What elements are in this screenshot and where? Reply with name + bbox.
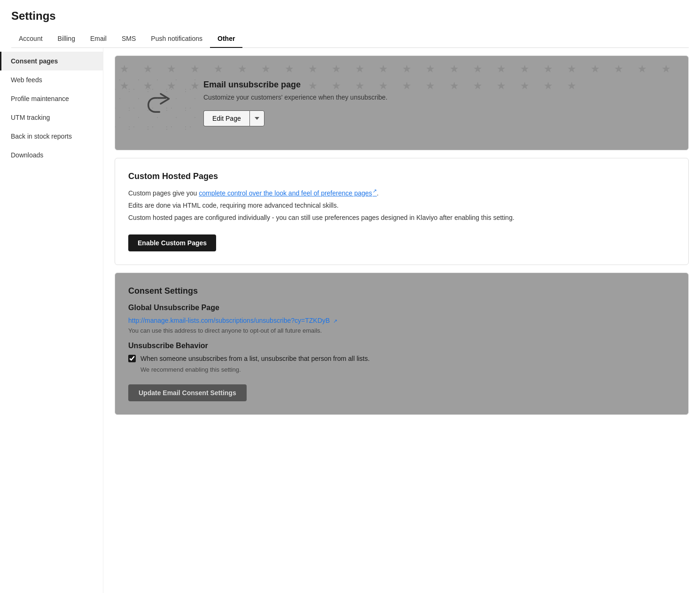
tab-billing[interactable]: Billing [50, 30, 83, 48]
unsubscribe-all-lists-label: When someone unsubscribes from a list, u… [140, 355, 370, 362]
custom-pages-description-2: Edits are done via HTML code, requiring … [128, 200, 675, 211]
tab-other[interactable]: Other [210, 30, 242, 48]
email-unsubscribe-card: ★ ★ ★ ★ ★ ★ ★ ★ ★ ★ ★ ★ ★ ★ ★ ★ ★ ★ ★ ★ … [115, 55, 689, 150]
card-background-decoration: ★ ★ ★ ★ ★ ★ ★ ★ ★ ★ ★ ★ ★ ★ ★ ★ ★ ★ ★ ★ … [115, 56, 688, 150]
custom-pages-description-3: Custom hosted pages are configured indiv… [128, 212, 675, 223]
custom-pages-description-1: Custom pages give you complete control o… [128, 187, 675, 198]
unsubscribe-behavior-title: Unsubscribe Behavior [128, 342, 675, 350]
sidebar-item-web-feeds[interactable]: Web feeds [0, 70, 103, 89]
unsubscribe-behavior-row: When someone unsubscribes from a list, u… [128, 355, 675, 362]
global-unsubscribe-title: Global Unsubscribe Page [128, 304, 675, 312]
consent-settings-card: Consent Settings Global Unsubscribe Page… [115, 273, 689, 415]
sidebar-item-consent-pages[interactable]: Consent pages [0, 52, 103, 70]
main-content: ★ ★ ★ ★ ★ ★ ★ ★ ★ ★ ★ ★ ★ ★ ★ ★ ★ ★ ★ ★ … [103, 48, 700, 593]
top-navigation: Account Billing Email SMS Push notificat… [11, 30, 689, 48]
recommend-text: We recommend enabling this setting. [140, 366, 675, 373]
external-link-icon-2: ↗ [333, 318, 337, 324]
card-icon-section [115, 75, 200, 131]
consent-settings-title: Consent Settings [128, 286, 675, 296]
unsubscribe-all-lists-checkbox[interactable] [128, 355, 136, 362]
page-title: Settings [11, 9, 689, 23]
tab-push-notifications[interactable]: Push notifications [143, 30, 210, 48]
enable-custom-pages-button[interactable]: Enable Custom Pages [128, 234, 216, 251]
custom-hosted-pages-title: Custom Hosted Pages [128, 172, 675, 181]
sidebar-item-back-in-stock[interactable]: Back in stock reports [0, 127, 103, 146]
sidebar-item-downloads[interactable]: Downloads [0, 146, 103, 164]
tab-account[interactable]: Account [11, 30, 50, 48]
sidebar: Consent pages Web feeds Profile maintena… [0, 48, 103, 593]
tab-sms[interactable]: SMS [114, 30, 143, 48]
update-email-consent-button[interactable]: Update Email Consent Settings [128, 384, 247, 401]
sidebar-item-utm-tracking[interactable]: UTM tracking [0, 108, 103, 127]
external-link-icon: ↗ [373, 188, 377, 194]
global-unsubscribe-description: You can use this address to direct anyon… [128, 327, 675, 334]
custom-pages-link[interactable]: complete control over the look and feel … [199, 189, 377, 197]
tab-email[interactable]: Email [83, 30, 114, 48]
sidebar-item-profile-maintenance[interactable]: Profile maintenance [0, 89, 103, 108]
global-unsubscribe-url[interactable]: http://manage.kmail-lists.com/subscripti… [128, 317, 675, 324]
custom-hosted-pages-card: Custom Hosted Pages Custom pages give yo… [115, 158, 689, 265]
share-icon [141, 86, 174, 119]
